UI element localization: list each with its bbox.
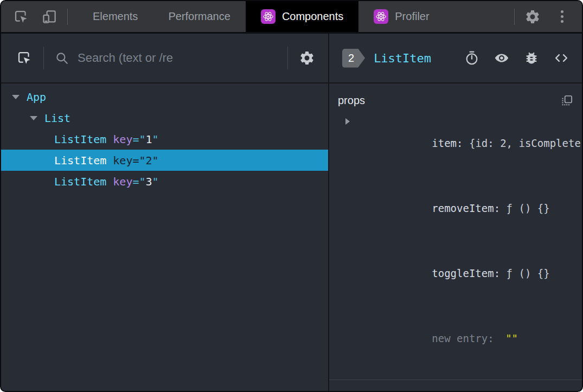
topbar-divider: [514, 9, 515, 25]
key-attr-quote: ": [152, 133, 159, 146]
tree-row-app[interactable]: App: [1, 86, 328, 107]
inspect-element-icon[interactable]: [13, 9, 29, 25]
new-entry-key[interactable]: new entry: [432, 332, 488, 344]
chevron-down-icon[interactable]: [30, 116, 37, 120]
component-name: ListItem: [54, 175, 106, 188]
prop-key: toggleItem: [432, 267, 494, 279]
devtools-window: Elements Performance Components: [0, 0, 583, 392]
props-section: props item: {id: 2, isCom: [329, 83, 582, 380]
key-attr-name: key: [113, 133, 132, 146]
prop-row-item[interactable]: item: {id: 2, isComplete: t…: [335, 111, 573, 176]
section-label: props: [338, 94, 365, 107]
prop-row-toggleitem[interactable]: toggleItem: ƒ () {}: [335, 241, 573, 306]
component-name: App: [27, 91, 46, 104]
selected-component-title: ListItem: [374, 52, 431, 65]
tab-label: Components: [282, 10, 343, 23]
prop-value: ƒ () {}: [507, 267, 550, 279]
tab-profiler[interactable]: Profiler: [358, 1, 444, 32]
inspector-header: 2 ListItem: [329, 34, 582, 83]
toolbar-divider: [43, 47, 44, 69]
component-tree: App List ListItemkey="1" ListItemkey="2"…: [1, 83, 328, 192]
tab-performance[interactable]: Performance: [153, 1, 246, 32]
prop-value: {id: 2, isComplete: t…: [469, 137, 582, 149]
tree-row-listitem-3[interactable]: ListItemkey="3": [1, 171, 328, 192]
search-icon: [55, 51, 69, 65]
key-attr-value: 2: [146, 154, 152, 167]
view-source-code-icon[interactable]: [554, 50, 569, 66]
topbar-divider: [67, 9, 68, 25]
tab-label: Performance: [168, 10, 230, 23]
prop-key: removeItem: [432, 202, 494, 214]
gear-icon[interactable]: [524, 9, 541, 25]
inspect-dom-eye-icon[interactable]: [494, 50, 509, 66]
selection-index-badge: 2: [342, 49, 365, 68]
inspector-content: props item: {id: 2, isCom: [329, 83, 582, 391]
key-attr-quote: ": [152, 154, 159, 167]
component-inspector-panel: 2 ListItem: [329, 34, 582, 391]
tab-components[interactable]: Components: [246, 1, 358, 32]
prop-row-removeitem[interactable]: removeItem: ƒ () {}: [335, 176, 573, 241]
prop-separator: :: [488, 332, 500, 344]
more-options-icon[interactable]: [554, 9, 570, 25]
topbar-icon-group: [1, 1, 57, 32]
copy-to-clipboard-icon[interactable]: [561, 391, 573, 391]
section-label: hooks: [338, 391, 367, 391]
suspend-timer-icon[interactable]: [464, 50, 479, 66]
react-logo-icon: [374, 9, 388, 24]
component-name: ListItem: [54, 154, 106, 167]
key-attr-value: 1: [146, 133, 152, 146]
tab-elements[interactable]: Elements: [78, 1, 153, 32]
key-attr-quote: ": [152, 175, 159, 188]
key-attr-name: key: [113, 154, 132, 167]
chevron-down-icon[interactable]: [12, 95, 20, 99]
search-input[interactable]: [76, 50, 277, 66]
prop-key: item: [432, 137, 457, 149]
toolbar-divider: [287, 47, 288, 69]
key-attr-equals: =": [132, 175, 145, 188]
react-logo-icon: [261, 9, 276, 24]
prop-value: ƒ () {}: [507, 202, 550, 214]
device-toolbar-icon[interactable]: [41, 9, 57, 25]
prop-separator: :: [494, 267, 507, 279]
tab-label: Elements: [93, 10, 138, 23]
tab-label: Profiler: [395, 10, 429, 23]
props-section-header: props: [335, 90, 573, 111]
tree-row-listitem-1[interactable]: ListItemkey="1": [1, 128, 328, 150]
key-attr-equals: =": [132, 154, 145, 167]
debug-bug-icon[interactable]: [524, 50, 539, 66]
key-attr-value: 3: [146, 175, 152, 188]
components-tree-panel: App List ListItemkey="1" ListItemkey="2"…: [1, 34, 329, 391]
component-name: List: [44, 112, 71, 125]
devtools-tab-bar: Elements Performance Components: [1, 1, 582, 34]
copy-to-clipboard-icon[interactable]: [561, 94, 573, 107]
inspect-component-icon[interactable]: [16, 50, 33, 66]
new-entry-value[interactable]: "": [505, 332, 518, 344]
tree-row-listitem-2-selected[interactable]: ListItemkey="2": [1, 150, 328, 171]
tree-row-list[interactable]: List: [1, 107, 328, 128]
prop-separator: :: [457, 137, 469, 149]
hooks-section: hooks Callback(handleDele: [329, 380, 582, 391]
prop-separator: :: [494, 202, 507, 214]
key-attr-name: key: [113, 175, 132, 188]
key-attr-equals: =": [132, 133, 145, 146]
main-split: App List ListItemkey="1" ListItemkey="2"…: [1, 34, 582, 391]
tree-toolbar: [1, 34, 328, 83]
inspector-actions: [464, 50, 569, 66]
chevron-right-icon[interactable]: [345, 118, 350, 125]
tree-settings-gear-icon[interactable]: [299, 50, 315, 66]
topbar-right-group: [504, 1, 582, 32]
hooks-section-header: hooks: [335, 387, 573, 391]
component-name: ListItem: [54, 133, 106, 146]
prop-row-new-entry[interactable]: new entry: "": [335, 306, 573, 371]
